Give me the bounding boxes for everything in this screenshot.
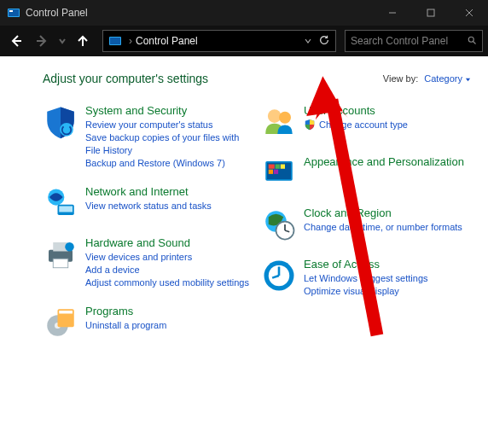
svg-rect-34 [274,170,278,174]
control-panel-icon [7,6,20,20]
task-link[interactable]: Change date, time, or number formats [304,221,462,234]
address-location[interactable]: Control Panel [136,35,198,47]
svg-rect-20 [53,259,68,268]
category-network-internet[interactable]: Network and Internet [85,185,212,198]
uac-shield-icon [304,119,316,131]
svg-rect-11 [110,38,120,44]
search-box[interactable]: Search Control Panel [345,30,483,52]
maximize-button[interactable] [411,0,450,26]
task-link[interactable]: View devices and printers [85,251,249,264]
search-icon [467,35,477,48]
svg-rect-25 [59,311,73,314]
window-title: Control Panel [26,7,88,19]
view-by-dropdown[interactable]: Category [424,73,471,84]
task-link[interactable]: Save backup copies of your files with Fi… [85,131,253,157]
minimize-button[interactable] [373,0,411,26]
close-button[interactable] [450,0,488,26]
content-area: Adjust your computer's settings View by:… [0,56,488,448]
task-label: Change account type [319,119,408,130]
svg-rect-2 [9,10,13,12]
back-button[interactable] [5,30,27,52]
task-link[interactable]: View network status and tasks [85,200,212,212]
clock-region-icon [261,207,297,242]
category-ease-of-access[interactable]: Ease of Access [304,258,428,271]
recent-locations-dropdown[interactable] [56,30,68,52]
search-placeholder: Search Control Panel [351,35,448,47]
category-user-accounts[interactable]: User Accounts [304,104,408,117]
programs-icon [43,305,78,340]
ease-of-access-icon [261,258,297,294]
svg-rect-32 [281,165,285,169]
view-by-control: View by: Category [383,73,471,84]
refresh-button[interactable] [318,34,330,49]
category-programs[interactable]: Programs [85,305,166,317]
svg-point-27 [279,112,291,124]
task-link[interactable]: Adjust commonly used mobility settings [85,276,249,289]
category-hardware-sound[interactable]: Hardware and Sound [85,236,249,249]
breadcrumb-separator: › [129,35,132,47]
svg-rect-30 [269,165,275,169]
forward-button[interactable] [31,30,53,52]
svg-point-21 [65,242,74,252]
task-link[interactable]: Backup and Restore (Windows 7) [85,157,253,170]
navbar: › Control Panel Search Control Panel [0,26,488,56]
up-button[interactable] [72,30,94,52]
task-link[interactable]: Review your computer's status [85,119,253,131]
appearance-icon [261,155,297,191]
page-heading: Adjust your computer's settings [43,72,208,85]
category-appearance[interactable]: Appearance and Personalization [304,155,464,168]
network-icon [43,185,78,221]
category-system-security[interactable]: System and Security [85,104,253,117]
view-by-value: Category [424,73,462,84]
svg-line-13 [473,41,476,44]
address-bar[interactable]: › Control Panel [102,30,336,52]
address-cp-icon [108,34,122,48]
titlebar: Control Panel [0,0,488,26]
svg-rect-31 [276,165,280,169]
users-icon [261,104,297,140]
category-clock-region[interactable]: Clock and Region [304,207,462,219]
address-dropdown-icon[interactable] [305,35,311,47]
view-by-label: View by: [383,73,418,84]
svg-rect-33 [269,170,273,174]
task-link[interactable]: Uninstall a program [85,319,166,332]
shield-icon [43,104,78,140]
svg-rect-17 [59,207,73,212]
svg-point-12 [468,37,473,42]
task-link[interactable]: Let Windows suggest settings [304,272,428,285]
task-link-shielded[interactable]: Change account type [304,119,408,131]
svg-rect-4 [427,9,434,16]
task-link[interactable]: Optimize visual display [304,285,428,298]
task-link[interactable]: Add a device [85,264,249,276]
printer-icon [43,236,78,272]
